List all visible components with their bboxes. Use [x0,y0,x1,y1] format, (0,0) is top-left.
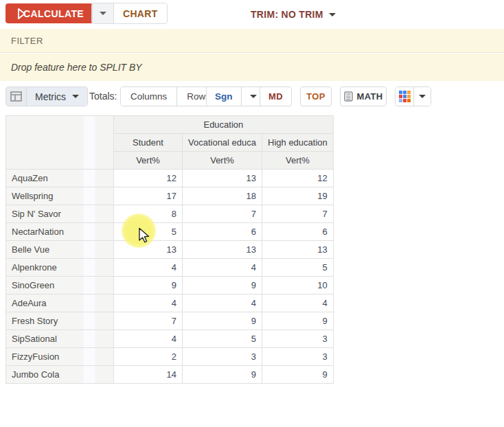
calculator-icon [344,91,353,102]
cell-value: 3 [262,348,334,366]
cell-value: 4 [114,330,183,348]
table-layout-icon [10,91,22,102]
calculate-label: CALCULATE [23,8,84,19]
metric-header[interactable]: Vert% [183,152,262,170]
cell-value: 9 [262,312,334,330]
column-header[interactable]: Student [114,134,183,152]
md-label: MD [268,91,283,102]
table-body: AquaZen121312Wellspring171819Sip N' Savo… [6,170,334,384]
table-row: AquaZen121312 [6,170,334,187]
table-layout-button[interactable] [6,87,26,106]
trim-label: TRIM: NO TRIM [251,9,323,20]
table-row: SipSational453 [6,330,334,348]
cell-value: 9 [183,312,262,330]
table-row: SinoGreen9910 [6,277,334,295]
top-label: TOP [306,91,325,102]
md-button[interactable]: MD [260,86,292,106]
metrics-dropdown[interactable]: Metrics [26,87,87,106]
chart-label: CHART [123,8,158,19]
color-palette-button[interactable] [396,87,413,106]
play-icon [12,10,19,18]
chevron-down-icon [100,12,106,15]
row-label[interactable]: Wellspring [6,187,114,205]
column-header[interactable]: High education [262,134,334,152]
top-button[interactable]: TOP [300,86,332,106]
table-row: Wellspring171819 [6,187,334,205]
crosstab-dropdown[interactable] [92,3,113,23]
row-label[interactable]: Fresh Story [6,312,114,330]
cell-value: 19 [262,187,334,205]
sgn-group: Sgn [206,86,266,106]
cell-value: 13 [114,241,183,259]
cell-value: 3 [183,348,262,366]
sgn-button[interactable]: Sgn [207,87,241,106]
cell-value: 12 [262,170,334,187]
row-label[interactable]: SipSational [6,330,114,348]
cell-value: 6 [183,223,262,241]
table-row: Sip N' Savor877 [6,205,334,223]
row-label[interactable]: Sip N' Savor [6,205,114,223]
totals-columns-button[interactable]: Columns [121,87,176,106]
table-row: Fresh Story799 [6,312,334,330]
split-by-dropzone[interactable]: Drop feature here to SPLIT BY [0,54,504,81]
cell-value: 9 [262,366,334,384]
cell-value: 6 [262,223,334,241]
cell-value: 7 [114,312,183,330]
row-label[interactable]: NectarNation [6,223,114,241]
cell-value: 9 [183,366,262,384]
row-label[interactable]: Belle Vue [6,241,114,259]
column-group-header[interactable]: Education [114,116,334,134]
metrics-toolbar: Metrics Totals: Columns Rows Sgn MD TOP [0,81,504,111]
cell-value: 5 [262,259,334,277]
row-label[interactable]: Jumbo Cola [6,366,114,384]
cell-value: 14 [114,366,183,384]
cell-value: 5 [114,223,183,241]
table-row: AdeAura444 [6,295,334,312]
cell-value: 8 [114,205,183,223]
cell-value: 4 [114,259,183,277]
split-by-placeholder: Drop feature here to SPLIT BY [11,62,142,73]
corner-cell [6,116,114,170]
cell-value: 13 [262,241,334,259]
row-label[interactable]: SinoGreen [6,277,114,295]
columns-label: Columns [130,91,167,102]
filter-label: FILTER [11,36,43,46]
calculate-button[interactable]: CALCULATE [5,3,93,23]
palette-group [395,86,431,106]
row-label[interactable]: AquaZen [6,170,114,187]
cell-value: 4 [262,295,334,312]
metric-header[interactable]: Vert% [262,152,334,170]
cell-value: 4 [183,295,262,312]
math-label: MATH [357,91,383,102]
crosstab-table: Education StudentVocational educaHigh ed… [5,115,334,384]
table-row: Alpenkrone445 [6,259,334,277]
column-header[interactable]: Vocational educa [183,134,262,152]
sgn-label: Sgn [215,91,233,102]
table-row: Jumbo Cola1499 [6,366,334,384]
table-row: Belle Vue131313 [6,241,334,259]
metric-header[interactable]: Vert% [114,152,183,170]
chevron-down-icon [329,13,336,16]
cell-value: 9 [114,277,183,295]
cell-value: 17 [114,187,183,205]
row-label[interactable]: Alpenkrone [6,259,114,277]
cell-value: 4 [183,259,262,277]
view-switcher: ⋈ CROSSTAB CHART [91,3,168,24]
math-button[interactable]: MATH [340,86,387,106]
chevron-down-icon [419,95,426,98]
trim-dropdown[interactable]: TRIM: NO TRIM [251,0,336,29]
filter-bar[interactable]: FILTER [0,29,504,53]
cell-value: 13 [183,170,262,187]
palette-dropdown[interactable] [413,87,431,106]
cell-value: 18 [183,187,262,205]
cell-value: 5 [183,330,262,348]
totals-label: Totals: [89,81,117,111]
metrics-label: Metrics [35,91,66,102]
chart-tab[interactable]: CHART [113,3,167,23]
cell-value: 7 [262,205,334,223]
table-row: NectarNation566 [6,223,334,241]
row-label[interactable]: AdeAura [6,295,114,312]
row-label[interactable]: FizzyFusion [6,348,114,366]
chevron-down-icon [250,95,257,98]
color-palette-icon [399,91,411,102]
